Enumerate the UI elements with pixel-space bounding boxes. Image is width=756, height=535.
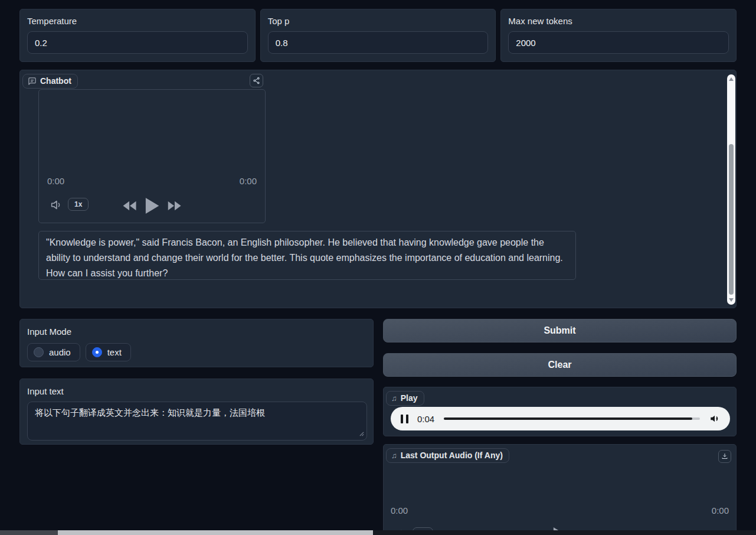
transport-controls [123, 196, 181, 215]
scroll-down-icon[interactable] [729, 298, 734, 302]
temperature-panel: Temperature [19, 9, 256, 62]
player-elapsed: 0:04 [417, 414, 434, 424]
chatbot-scrollbar[interactable] [727, 74, 735, 305]
top-p-label: Top p [268, 16, 489, 26]
playback-speed-button[interactable]: 1x [68, 198, 89, 211]
play-panel: ♫ Play 0:04 [383, 387, 737, 436]
last-output-duration: 0:00 [712, 505, 729, 516]
input-mode-options: audio text [27, 343, 366, 361]
download-icon [721, 453, 728, 460]
pause-icon[interactable] [401, 415, 408, 423]
fast-forward-button[interactable] [168, 201, 181, 211]
chatbot-label: Chatbot [22, 74, 78, 89]
page-horizontal-scrollbar[interactable] [0, 530, 756, 535]
native-audio-player: 0:04 [391, 407, 730, 430]
max-new-tokens-input[interactable] [508, 31, 729, 54]
scrollbar-track-segment [0, 530, 58, 535]
input-mode-label: Input Mode [27, 327, 366, 337]
music-note-icon: ♫ [391, 394, 397, 403]
parameter-row: Temperature Top p Max new tokens [19, 9, 737, 62]
bot-text-message: "Knowledge is power," said Francis Bacon… [38, 231, 576, 280]
bot-audio-message: 0:00 0:00 1x [38, 89, 266, 223]
resize-handle-icon[interactable] [359, 428, 364, 439]
play-button[interactable] [145, 198, 159, 214]
page-horizontal-scrollbar-thumb[interactable] [58, 530, 373, 535]
audio-controls: 1x [39, 196, 265, 215]
input-text-label: Input text [27, 386, 366, 396]
speaker-icon[interactable] [709, 413, 720, 424]
submit-button[interactable]: Submit [383, 319, 737, 342]
last-output-audio-label: ♫ Last Output Audio (If Any) [386, 448, 509, 463]
clear-button[interactable]: Clear [383, 353, 737, 377]
top-p-panel: Top p [260, 9, 496, 62]
last-output-elapsed: 0:00 [391, 505, 408, 516]
chatbot-scrollbar-thumb[interactable] [729, 144, 734, 295]
download-button[interactable] [718, 450, 731, 463]
radio-circle-audio[interactable] [34, 347, 44, 357]
volume-icon[interactable] [50, 198, 63, 214]
seek-bar-fill [444, 417, 692, 420]
rewind-button[interactable] [123, 201, 136, 211]
chatbot-panel: Chatbot 0:00 0:00 1x [19, 70, 737, 308]
music-note-icon: ♫ [391, 451, 397, 460]
share-icon [253, 77, 260, 84]
play-label: ♫ Play [386, 391, 424, 406]
temperature-label: Temperature [27, 16, 248, 26]
max-new-tokens-panel: Max new tokens [500, 9, 737, 62]
app-root: Temperature Top p Max new tokens Chatbot… [0, 0, 756, 535]
input-text-area[interactable]: 将以下句子翻译成英文并念出来：知识就是力量，法国培根 [27, 402, 367, 441]
input-text-panel: Input text 将以下句子翻译成英文并念出来：知识就是力量，法国培根 [19, 379, 374, 445]
radio-circle-text[interactable] [92, 347, 102, 357]
temperature-input[interactable] [27, 31, 248, 54]
chat-bubble-icon [28, 77, 37, 86]
input-mode-panel: Input Mode audio text [19, 319, 374, 367]
audio-elapsed: 0:00 [47, 176, 64, 186]
radio-option-audio[interactable]: audio [27, 343, 80, 361]
share-button[interactable] [250, 74, 263, 87]
radio-option-text[interactable]: text [86, 343, 131, 361]
audio-duration: 0:00 [240, 176, 257, 186]
last-output-audio-panel: ♫ Last Output Audio (If Any) 0:00 0:00 1… [383, 444, 737, 535]
scroll-up-icon[interactable] [729, 77, 734, 81]
seek-bar[interactable] [444, 417, 700, 420]
max-new-tokens-label: Max new tokens [508, 16, 729, 26]
top-p-input[interactable] [268, 31, 489, 54]
